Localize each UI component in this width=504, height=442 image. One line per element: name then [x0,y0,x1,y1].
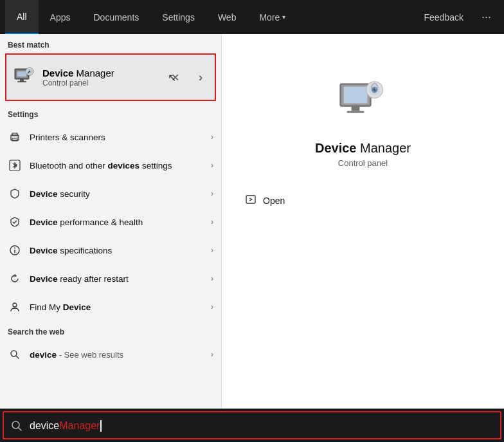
expand-best-match-button[interactable]: › [186,60,215,95]
chevron-right-icon: › [211,189,213,198]
right-app-subtitle: Control panel [338,158,388,168]
person-icon [8,300,22,314]
svg-point-32 [12,421,19,428]
svg-rect-3 [20,79,24,81]
best-match-label: Best match [0,34,221,53]
list-item-bluetooth[interactable]: Bluetooth and other devices settings › [0,151,221,180]
web-search-text: device - See web results [30,350,211,360]
search-bar-icon [10,419,23,432]
main-container: Best match Device Manager [0,34,504,409]
refresh-icon [8,272,22,286]
web-see: - See web results [57,350,123,360]
feedback-label: Feedback [424,12,464,23]
list-item-device-restart-text: Device ready after restart [30,274,211,284]
search-bar: device Manager [0,409,504,442]
list-item-device-restart[interactable]: Device ready after restart › [0,264,221,293]
best-match-title: Device Manager [42,68,163,78]
web-search-item[interactable]: device - See web results › [0,340,221,369]
more-options-button[interactable]: ··· [474,0,499,34]
tab-web-label: Web [218,12,237,23]
web-query: device [30,350,57,360]
search-typed-text: device [30,420,59,432]
list-item-device-performance[interactable]: Device performance & health › [0,208,221,236]
left-panel: Best match Device Manager [0,34,222,409]
chevron-right-icon: › [211,133,213,142]
bluetooth-icon [8,158,22,172]
svg-rect-4 [17,81,26,82]
search-suggestion-text: Manager [59,420,100,432]
right-icon-area [331,73,395,131]
best-match-text: Device Manager Control panel [42,68,163,87]
list-item-device-performance-text: Device performance & health [30,217,211,227]
printer-icon [8,130,22,144]
svg-point-12 [17,136,18,138]
list-item-bluetooth-text: Bluetooth and other devices settings [30,161,211,170]
list-item-printers[interactable]: Printers & scanners › [0,123,221,151]
search-input[interactable]: device Manager [30,420,494,432]
web-section-label: Search the web [0,321,221,340]
best-match-subtitle: Control panel [42,78,163,87]
svg-point-18 [13,303,17,307]
chevron-right-icon: › [211,350,213,359]
right-app-title: Device Manager [315,141,411,156]
svg-line-33 [19,427,22,430]
open-action-label: Open [263,196,285,206]
svg-point-8 [29,71,30,72]
device-manager-icon [13,66,36,89]
svg-point-17 [14,248,15,249]
svg-rect-25 [346,111,364,113]
list-item-find-my-device[interactable]: Find My Device › [0,293,221,321]
chevron-right-icon: › [211,161,213,170]
watermark: wsxdn.com [464,396,499,403]
tab-all[interactable]: All [5,0,39,34]
tab-documents-label: Documents [93,12,139,23]
list-item-device-security-text: Device security [30,189,211,199]
top-navigation: All Apps Documents Settings Web More ▾ F… [0,0,504,34]
chevron-right-icon: › [211,246,213,255]
open-icon [245,194,256,208]
right-actions-list: Open [222,189,504,213]
right-title-bold: Device [315,141,357,155]
chevron-down-icon: ▾ [282,14,285,21]
tab-settings[interactable]: Settings [150,0,206,34]
tab-more-label: More [259,12,280,23]
web-section: Search the web device - See web results … [0,321,221,369]
open-action-item[interactable]: Open [237,189,489,213]
best-match-title-bold: Device [42,68,73,78]
tab-web[interactable]: Web [206,0,248,34]
info-icon [8,243,22,257]
settings-section: Settings Printers & scanners › [0,101,221,321]
list-item-find-my-device-text: Find My Device [30,302,211,312]
tab-apps[interactable]: Apps [39,0,82,34]
ellipsis-icon: ··· [482,10,491,24]
svg-line-20 [16,356,19,359]
tab-settings-label: Settings [162,12,195,23]
chevron-right-icon: › [211,217,213,226]
chevron-right-icon: › [211,274,213,283]
settings-label: Settings [0,104,221,123]
search-icon [8,347,22,362]
feedback-button[interactable]: Feedback [414,0,474,34]
best-match-title-suffix: Manager [73,68,114,78]
svg-rect-31 [246,196,255,203]
list-item-device-specifications-text: Device specifications [30,246,211,255]
close-best-match-button[interactable]: ✕ [163,66,186,89]
right-device-manager-icon [338,76,389,127]
svg-rect-2 [17,71,26,77]
best-match-item[interactable]: Device Manager Control panel ↖ ✕ › [5,53,216,101]
right-panel: Device Manager Control panel Open [222,34,504,409]
list-item-device-specifications[interactable]: Device specifications › [0,236,221,264]
shield-icon [8,187,22,201]
tab-more[interactable]: More ▾ [248,0,297,34]
list-item-device-security[interactable]: Device security › [0,180,221,208]
tab-documents[interactable]: Documents [82,0,150,34]
list-item-printers-text: Printers & scanners [30,133,211,142]
svg-point-19 [11,351,17,356]
svg-rect-23 [343,87,367,104]
performance-icon [8,215,22,229]
right-title-suffix: Manager [357,141,411,155]
search-cursor [100,420,102,432]
chevron-right-icon: › [211,302,213,311]
svg-rect-24 [351,106,359,111]
tab-apps-label: Apps [50,12,71,23]
